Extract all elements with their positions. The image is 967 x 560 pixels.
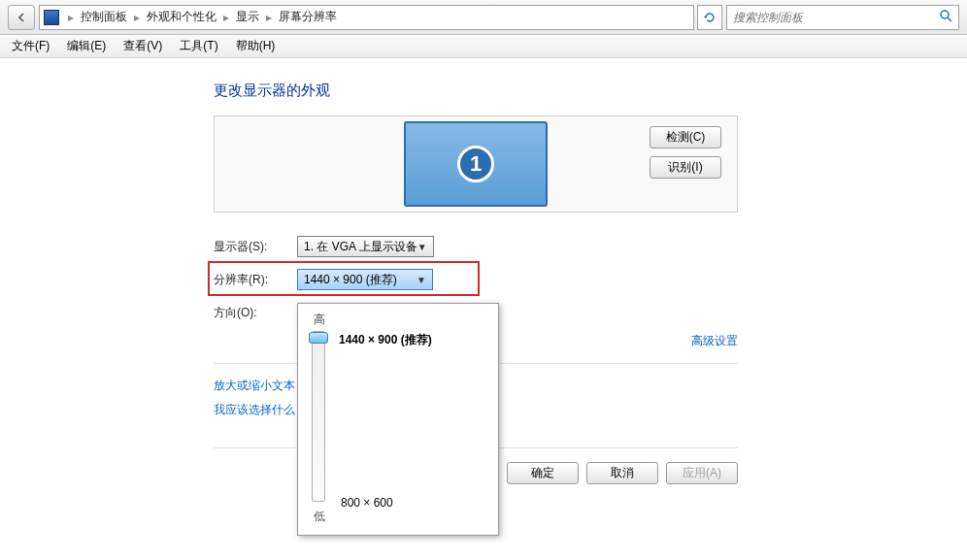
slider-min-value: 800 × 600 <box>341 496 393 510</box>
page-title: 更改显示器的外观 <box>214 82 967 100</box>
chevron-down-icon: ▼ <box>417 242 427 252</box>
orientation-label: 方向(O): <box>214 305 297 321</box>
menu-view[interactable]: 查看(V) <box>116 36 170 56</box>
slider-high-label: 高 <box>314 312 488 328</box>
menu-help[interactable]: 帮助(H) <box>228 36 283 56</box>
monitor-thumbnail[interactable]: 1 <box>404 121 548 207</box>
slider-low-label: 低 <box>314 509 488 525</box>
chevron-right-icon: ▸ <box>220 11 232 24</box>
chevron-right-icon: ▸ <box>65 11 77 24</box>
slider-max-value: 1440 × 900 (推荐) <box>339 332 432 348</box>
apply-button[interactable]: 应用(A) <box>666 462 738 484</box>
menu-file[interactable]: 文件(F) <box>4 36 57 56</box>
resolution-label: 分辨率(R): <box>214 272 297 288</box>
resolution-combo-value: 1440 × 900 (推荐) <box>304 272 397 288</box>
breadcrumb[interactable]: ▸ 控制面板 ▸ 外观和个性化 ▸ 显示 ▸ 屏幕分辨率 <box>39 5 694 30</box>
breadcrumb-item[interactable]: 外观和个性化 <box>143 9 220 25</box>
monitor-preview-box: 1 检测(C) 识别(I) <box>214 115 738 213</box>
svg-line-1 <box>948 17 951 21</box>
resolution-combo[interactable]: 1440 × 900 (推荐) ▼ <box>297 269 433 290</box>
resolution-slider-thumb[interactable] <box>309 332 328 344</box>
cancel-button[interactable]: 取消 <box>586 462 658 484</box>
zoom-text-link[interactable]: 放大或缩小文本 <box>214 379 295 392</box>
monitor-number-badge: 1 <box>457 146 494 182</box>
search-input[interactable] <box>733 11 939 24</box>
menu-edit[interactable]: 编辑(E) <box>59 36 114 56</box>
resolution-dropdown-panel[interactable]: 高 1440 × 900 (推荐) 800 × 600 低 <box>297 303 499 536</box>
nav-back-button[interactable] <box>8 5 35 30</box>
breadcrumb-item[interactable]: 屏幕分辨率 <box>275 9 341 25</box>
breadcrumb-item[interactable]: 显示 <box>232 9 263 25</box>
resolution-slider-wrap: 1440 × 900 (推荐) <box>312 331 488 506</box>
detect-button[interactable]: 检测(C) <box>650 126 721 148</box>
chevron-right-icon: ▸ <box>263 11 275 24</box>
content-area: 更改显示器的外观 1 检测(C) 识别(I) 显示器(S): 1. 在 VGA … <box>0 58 967 560</box>
display-label: 显示器(S): <box>214 239 297 255</box>
breadcrumb-item[interactable]: 控制面板 <box>77 9 131 25</box>
menu-bar: 文件(F) 编辑(E) 查看(V) 工具(T) 帮助(H) <box>0 35 967 58</box>
detect-identify-group: 检测(C) 识别(I) <box>650 126 721 179</box>
which-settings-link[interactable]: 我应该选择什么 <box>214 403 295 416</box>
resolution-slider-track[interactable] <box>312 331 325 502</box>
display-row: 显示器(S): 1. 在 VGA 上显示设备 ▼ <box>214 232 967 261</box>
svg-point-0 <box>941 11 949 18</box>
address-bar: ▸ 控制面板 ▸ 外观和个性化 ▸ 显示 ▸ 屏幕分辨率 <box>0 0 967 35</box>
refresh-button[interactable] <box>697 5 722 30</box>
chevron-right-icon: ▸ <box>131 11 143 24</box>
ok-button[interactable]: 确定 <box>507 462 579 484</box>
identify-button[interactable]: 识别(I) <box>650 156 721 179</box>
chevron-down-icon: ▼ <box>417 275 426 285</box>
menu-tools[interactable]: 工具(T) <box>172 36 225 56</box>
display-combo[interactable]: 1. 在 VGA 上显示设备 ▼ <box>297 236 434 257</box>
search-icon <box>939 9 952 25</box>
search-box[interactable] <box>726 5 959 30</box>
control-panel-icon <box>44 10 59 25</box>
resolution-row: 分辨率(R): 1440 × 900 (推荐) ▼ <box>214 265 967 294</box>
display-combo-value: 1. 在 VGA 上显示设备 <box>304 239 417 255</box>
